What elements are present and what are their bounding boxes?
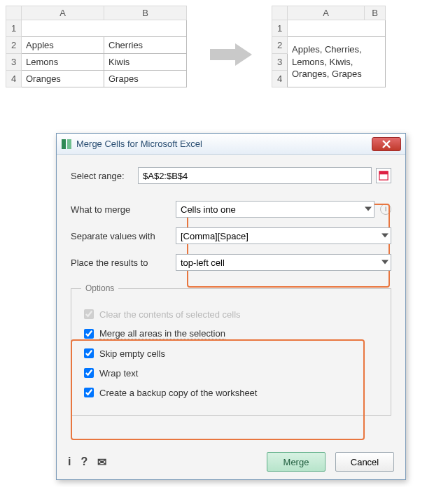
app-icon <box>61 139 72 150</box>
help-button[interactable]: ? <box>80 456 88 468</box>
col-header-b[interactable]: B <box>365 6 386 20</box>
arrow-icon <box>210 43 252 68</box>
col-header-a[interactable]: A <box>288 6 365 20</box>
cell-b3[interactable]: Kiwis <box>104 54 187 71</box>
dialog-footer: i ? ✉ Merge Cancel <box>57 444 405 479</box>
svg-rect-6 <box>379 171 388 174</box>
cell-b4[interactable]: Grapes <box>104 71 187 87</box>
source-sheet: A B 1 Source data 2 Apples Cherries 3 Le… <box>6 6 187 87</box>
svg-marker-0 <box>210 43 252 66</box>
option-wrap-text[interactable]: Wrap text <box>81 366 381 380</box>
corner-cell <box>6 6 22 20</box>
info-icon[interactable]: i <box>380 204 391 215</box>
cancel-button[interactable]: Cancel <box>335 452 394 472</box>
cell-a4[interactable]: Oranges <box>22 71 104 87</box>
wrap-text-checkbox[interactable] <box>84 368 94 378</box>
separator-dropdown[interactable] <box>176 227 391 244</box>
row-header-2[interactable]: 2 <box>272 37 288 54</box>
option-skip-empty[interactable]: Skip empty cells <box>81 346 381 360</box>
row-header-1[interactable]: 1 <box>272 20 288 37</box>
options-group: Options Clear the contents of selected c… <box>71 283 391 416</box>
what-to-merge-label: What to merge <box>71 204 176 215</box>
range-label: Select range: <box>71 171 138 181</box>
row-header-4[interactable]: 4 <box>272 71 288 87</box>
dialog-title: Merge Cells for Microsoft Excel <box>76 139 372 149</box>
result-sheet: A B 1 Result 2 Apples, Cherries, Lemons,… <box>272 6 386 87</box>
col-header-b[interactable]: B <box>104 6 187 20</box>
place-results-dropdown[interactable] <box>176 254 391 271</box>
merge-button[interactable]: Merge <box>267 452 326 472</box>
what-to-merge-dropdown[interactable] <box>176 201 374 218</box>
feedback-button[interactable]: ✉ <box>97 456 106 469</box>
skip-empty-checkbox[interactable] <box>84 348 94 358</box>
merge-areas-checkbox[interactable] <box>84 329 94 339</box>
result-title-cell[interactable]: Result <box>288 20 386 37</box>
corner-cell <box>272 6 288 20</box>
option-clear-contents: Clear the contents of selected cells <box>81 307 381 321</box>
backup-label: Create a backup copy of the worksheet <box>99 388 257 398</box>
row-header-3[interactable]: 3 <box>6 54 22 71</box>
row-header-4[interactable]: 4 <box>6 71 22 87</box>
close-button[interactable] <box>372 137 401 151</box>
skip-empty-label: Skip empty cells <box>99 348 165 359</box>
merge-areas-label: Merge all areas in the selection <box>99 328 225 339</box>
place-results-label: Place the results to <box>71 257 176 268</box>
row-header-1[interactable]: 1 <box>6 20 22 37</box>
clear-contents-label: Clear the contents of selected cells <box>99 309 241 320</box>
clear-contents-checkbox <box>84 309 94 319</box>
option-backup[interactable]: Create a backup copy of the worksheet <box>81 386 381 400</box>
wrap-text-label: Wrap text <box>99 368 138 379</box>
place-results-value[interactable] <box>176 254 391 271</box>
source-title-cell[interactable]: Source data <box>22 20 187 37</box>
backup-checkbox[interactable] <box>84 388 94 397</box>
close-icon <box>382 140 391 148</box>
range-picker-button[interactable] <box>376 168 391 183</box>
merge-cells-dialog: Merge Cells for Microsoft Excel Select r… <box>56 133 406 480</box>
svg-rect-1 <box>62 139 66 149</box>
svg-rect-2 <box>67 139 71 149</box>
row-header-3[interactable]: 3 <box>272 54 288 71</box>
options-legend: Options <box>81 283 118 293</box>
title-bar[interactable]: Merge Cells for Microsoft Excel <box>57 134 405 155</box>
range-picker-icon <box>379 171 388 181</box>
option-merge-areas[interactable]: Merge all areas in the selection <box>81 327 381 341</box>
separator-value[interactable] <box>176 227 391 244</box>
cell-a2[interactable]: Apples <box>22 37 104 54</box>
separator-label: Separate values with <box>71 231 176 241</box>
row-header-2[interactable]: 2 <box>6 37 22 54</box>
cell-b2[interactable]: Cherries <box>104 37 187 54</box>
info-button[interactable]: i <box>68 456 71 468</box>
col-header-a[interactable]: A <box>22 6 104 20</box>
range-input[interactable] <box>138 167 372 184</box>
what-to-merge-value[interactable] <box>176 201 374 218</box>
cell-a3[interactable]: Lemons <box>22 54 104 71</box>
result-merged-cell[interactable]: Apples, Cherries, Lemons, Kiwis, Oranges… <box>288 37 386 87</box>
